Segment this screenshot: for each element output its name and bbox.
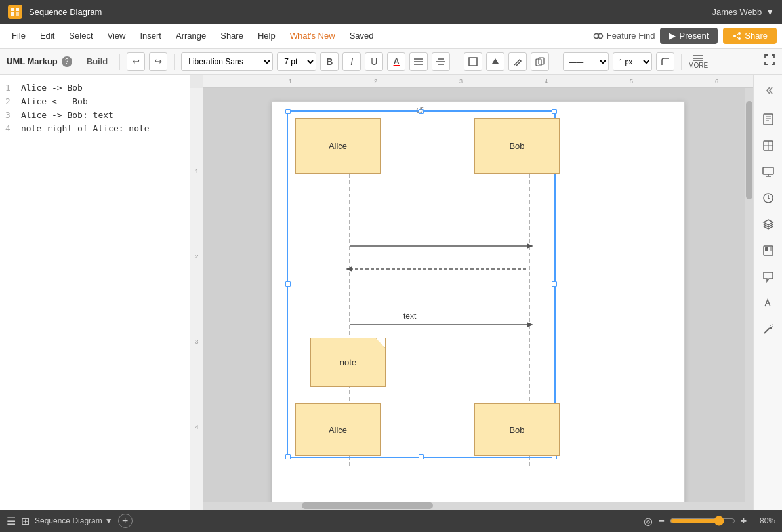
bob-bottom-actor[interactable]: Bob [474, 403, 560, 456]
vertical-scrollbar[interactable] [745, 88, 753, 510]
svg-rect-18 [469, 58, 477, 66]
canvas-viewport[interactable]: Alice Bob text note Alice [203, 88, 753, 510]
handle-ml[interactable] [285, 281, 291, 287]
feature-find-btn[interactable]: Feature Find [593, 31, 655, 41]
horizontal-scrollbar[interactable] [203, 502, 745, 510]
svg-text:1: 1 [289, 78, 292, 85]
alice-bottom-actor[interactable]: Alice [295, 403, 381, 456]
font-size-select[interactable]: 7 pt [277, 52, 316, 71]
menu-whats-new[interactable]: What's New [283, 28, 342, 43]
svg-line-11 [736, 37, 738, 38]
bob-bottom-label: Bob [509, 425, 524, 435]
svg-point-8 [738, 32, 741, 35]
alice-top-actor[interactable]: Alice [295, 118, 381, 174]
grid-view-button[interactable]: ⊞ [21, 515, 30, 527]
template-icon [762, 245, 774, 256]
menu-saved[interactable]: Saved [343, 28, 381, 43]
corner-style-button[interactable] [656, 52, 674, 71]
menu-select[interactable]: Select [62, 28, 99, 43]
menubar: File Edit Select View Insert Arrange Sha… [0, 24, 782, 49]
text-align-button[interactable] [432, 52, 450, 71]
fill-button[interactable] [486, 52, 504, 71]
line-color-button[interactable] [508, 52, 527, 71]
handle-tr[interactable] [552, 109, 557, 114]
target-icon: ◎ [644, 515, 653, 527]
svg-text:6: 6 [715, 78, 718, 85]
h-scrollbar-thumb[interactable] [302, 502, 433, 509]
diagram-page[interactable]: Alice Bob text note Alice [272, 101, 685, 508]
comments-button[interactable] [758, 266, 779, 287]
svg-rect-25 [203, 75, 753, 88]
menu-file[interactable]: File [5, 28, 32, 43]
line-width-select[interactable]: 1 px [613, 52, 652, 71]
svg-marker-44 [527, 322, 533, 327]
menu-share[interactable]: Share [214, 28, 250, 43]
menu-insert[interactable]: Insert [133, 28, 168, 43]
share-button[interactable]: Share [723, 28, 777, 44]
redo-button[interactable]: ↪ [149, 52, 167, 71]
more-button[interactable]: MORE [688, 54, 708, 69]
menu-view[interactable]: View [101, 28, 133, 43]
menu-edit[interactable]: Edit [33, 28, 61, 43]
toolbar-title: UML Markup [7, 56, 58, 66]
page-style-button[interactable] [758, 109, 779, 130]
share-label: Share [745, 31, 768, 41]
svg-rect-57 [765, 247, 768, 251]
code-editor[interactable]: 1 Alice -> Bob 2 Alice <-- Bob 3 Alice -… [0, 75, 190, 510]
handle-bm[interactable] [419, 454, 424, 459]
undo-button[interactable]: ↩ [127, 52, 145, 71]
font-family-select[interactable]: Liberation Sans [181, 52, 273, 71]
align-button[interactable] [409, 52, 428, 71]
scrollbar-thumb[interactable] [746, 101, 752, 199]
format-button[interactable] [758, 293, 779, 314]
svg-marker-40 [527, 243, 533, 249]
add-page-button[interactable]: + [118, 514, 133, 528]
zoom-minus-icon[interactable]: − [658, 515, 664, 527]
magic-button[interactable] [758, 319, 779, 340]
present-button[interactable]: ▶ Present [660, 28, 718, 44]
menu-arrange[interactable]: Arrange [169, 28, 213, 43]
line-style-select[interactable]: —— [563, 52, 609, 71]
collapse-panel-button[interactable] [758, 80, 779, 101]
screen-icon [762, 166, 774, 178]
canvas-area: 1 2 3 4 5 6 1 2 3 4 [190, 75, 753, 510]
shape-button[interactable] [464, 52, 482, 71]
layers-button[interactable] [758, 214, 779, 235]
underline-button[interactable]: U [365, 52, 383, 71]
italic-button[interactable]: I [342, 52, 361, 71]
user-menu-arrow[interactable]: ▼ [766, 7, 774, 17]
present-mode-button[interactable] [758, 161, 779, 182]
more-icon [693, 54, 703, 61]
page-name-button[interactable]: Sequence Diagram ▼ [35, 516, 113, 525]
zoom-slider[interactable] [670, 516, 735, 526]
help-icon[interactable]: ? [62, 56, 72, 67]
toolbar-divider-4 [556, 54, 556, 70]
bold-button[interactable]: B [320, 52, 339, 71]
line-num-3: 3 [5, 109, 16, 123]
zoom-plus-icon[interactable]: + [741, 515, 747, 527]
shape-icon [468, 57, 478, 66]
clock-icon [762, 192, 774, 204]
expand-icon [764, 54, 775, 66]
handle-bl[interactable] [285, 454, 291, 459]
table-button[interactable] [758, 135, 779, 156]
history-button[interactable] [758, 188, 779, 209]
rotate-handle[interactable]: ↺ [415, 104, 424, 117]
style-copy-button[interactable] [531, 52, 549, 71]
page-name-arrow: ▼ [105, 516, 113, 525]
svg-line-64 [772, 325, 773, 325]
menubar-right: Feature Find ▶ Present Share [593, 28, 777, 44]
handle-tl[interactable] [285, 109, 291, 114]
template-button[interactable] [758, 240, 779, 261]
handle-mr[interactable] [552, 281, 557, 287]
note-box[interactable]: note [310, 338, 386, 387]
menu-help[interactable]: Help [251, 28, 282, 43]
fullscreen-button[interactable] [764, 54, 775, 69]
feature-find-label: Feature Find [607, 31, 655, 41]
bob-top-actor[interactable]: Bob [474, 118, 560, 174]
font-color-button[interactable]: A [387, 52, 405, 71]
list-view-button[interactable]: ☰ [7, 515, 16, 527]
build-button[interactable]: Build [81, 54, 113, 69]
ruler-top: 1 2 3 4 5 6 [203, 75, 753, 88]
line-code-3: Alice -> Bob: text [21, 109, 113, 123]
